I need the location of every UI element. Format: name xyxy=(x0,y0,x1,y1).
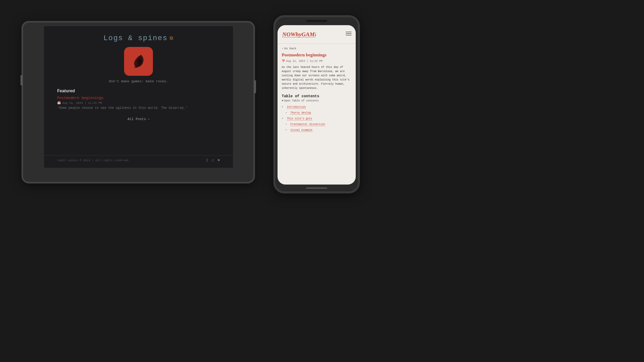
chevron-left-icon: ‹ xyxy=(282,47,284,50)
tablet-device: Logs & spines ⧉ Don't make games: make r… xyxy=(22,21,255,183)
toc-link-thorny-devlog[interactable]: Thorny devlog xyxy=(290,111,311,115)
toc-sub-bullet-2: • xyxy=(285,123,287,126)
github-icon[interactable]: ⚳ xyxy=(205,158,208,163)
phone-brand-logo[interactable]: NOWhyGAMES xyxy=(282,29,316,39)
logo-svg xyxy=(127,50,150,73)
toc-title: Table of contents xyxy=(282,94,352,98)
tablet-footer: Judit Lázaro © 2024 | All rights reserve… xyxy=(44,155,233,165)
instagram-icon[interactable]: ◯ xyxy=(212,158,214,163)
phone-navbar: NOWhyGAMES xyxy=(278,25,356,41)
tablet-screen: Logs & spines ⧉ Don't make games: make r… xyxy=(44,26,233,168)
featured-label: Featured xyxy=(57,89,220,93)
phone-calendar-icon: 📅 xyxy=(282,60,285,63)
footer-social-icons: ⚳ ◯ ■ xyxy=(205,158,220,163)
blog-title-text: Logs & spines xyxy=(103,34,167,42)
featured-post-title[interactable]: Postmodern beginnings xyxy=(57,96,220,100)
featured-section: Featured Postmodern beginnings 📅 Aug 13,… xyxy=(44,89,233,110)
svg-text:NOWhyGAMES: NOWhyGAMES xyxy=(282,31,316,37)
toc-link-visual-example[interactable]: Visual example xyxy=(290,129,312,132)
toc-section: Table of contents ▼ Open Table of conten… xyxy=(282,94,352,133)
arrow-right-icon: → xyxy=(147,117,150,121)
toc-bullet-2: • xyxy=(282,117,283,120)
tablet-app-logo xyxy=(124,47,153,76)
rss-icon: ⧉ xyxy=(170,36,174,41)
phone-screen: NOWhyGAMES ‹ Go back Postmodern beginnin… xyxy=(278,25,356,185)
linkedin-icon[interactable]: ■ xyxy=(218,158,220,163)
tablet-tagline: Don't make games: make roses. xyxy=(109,79,168,83)
toc-link-this-sites-guts[interactable]: This site's guts xyxy=(287,117,312,120)
brand-logo-svg: NOWhyGAMES xyxy=(282,29,316,38)
phone-content-area: ‹ Go back Postmodern beginnings 📅 Aug 13… xyxy=(278,46,356,185)
triangle-down-icon: ▼ xyxy=(282,99,283,102)
toc-link-frontmatter[interactable]: Frontmatter dissection xyxy=(290,123,325,126)
toc-item-visual-example: • Visual example xyxy=(282,127,352,133)
toc-item-introduction: • Introduction xyxy=(282,104,352,110)
toc-item-thorny-devlog: • Thorny devlog xyxy=(282,110,352,115)
toc-sub-bullet-3: • xyxy=(285,129,287,132)
calendar-icon: 📅 xyxy=(57,101,61,105)
toc-bullet: • xyxy=(282,106,283,109)
toc-item-frontmatter: • Frontmatter dissection xyxy=(282,122,352,127)
tablet-side-button xyxy=(20,75,23,85)
all-posts-link[interactable]: All Posts → xyxy=(127,117,150,121)
phone-device: NOWhyGAMES ‹ Go back Postmodern beginnin… xyxy=(273,15,360,193)
phone-post-body: As the last heated hours of this day of … xyxy=(282,65,352,90)
go-back-link[interactable]: ‹ Go back xyxy=(282,47,352,50)
hamburger-menu-icon[interactable] xyxy=(346,31,352,37)
phone-home-indicator xyxy=(306,187,327,189)
toc-toggle[interactable]: ▼ Open Table of contents xyxy=(282,99,352,102)
toc-link-introduction[interactable]: Introduction xyxy=(287,106,306,109)
toc-list: • Introduction • Thorny devlog • This si… xyxy=(282,104,352,133)
toc-sub-bullet: • xyxy=(285,112,287,114)
tablet-blog-title: Logs & spines ⧉ xyxy=(103,34,173,42)
navbar-divider xyxy=(278,44,356,44)
featured-post-excerpt: 'Some people choose to see the ugliness … xyxy=(57,106,220,110)
phone-post-date: 📅 Aug 13, 2024 | 11:22 PM xyxy=(282,60,352,63)
phone-post-title: Postmodern beginnings xyxy=(282,52,352,58)
phone-notch xyxy=(306,20,327,22)
featured-post-date: 📅 Aug 13, 2024 | 11:22 PM xyxy=(57,101,220,105)
tablet-power-button xyxy=(254,80,256,93)
footer-copyright: Judit Lázaro © 2024 | All rights reserve… xyxy=(57,159,130,162)
toc-item-this-sites-guts: • This site's guts xyxy=(282,116,352,121)
